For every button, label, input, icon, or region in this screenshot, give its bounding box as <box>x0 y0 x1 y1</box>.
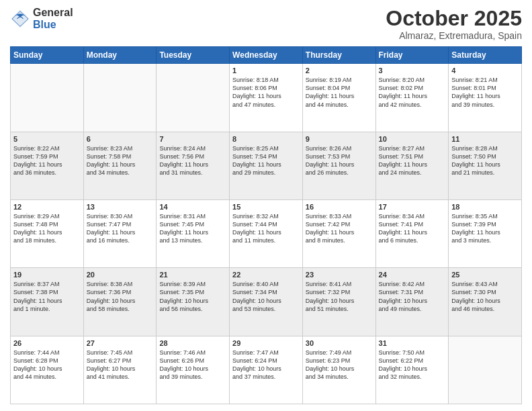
calendar-cell <box>83 64 157 132</box>
day-info: Sunrise: 8:23 AM Sunset: 7:58 PM Dayligh… <box>87 144 154 177</box>
day-info: Sunrise: 8:21 AM Sunset: 8:01 PM Dayligh… <box>451 76 519 109</box>
day-number: 6 <box>87 135 154 143</box>
day-number: 21 <box>159 271 226 279</box>
header-wednesday: Wednesday <box>230 47 303 64</box>
day-number: 17 <box>379 203 446 211</box>
day-number: 24 <box>379 271 446 279</box>
day-info: Sunrise: 8:18 AM Sunset: 8:06 PM Dayligh… <box>232 76 300 109</box>
calendar-cell: 31Sunrise: 7:50 AM Sunset: 6:22 PM Dayli… <box>375 336 449 404</box>
calendar-cell: 21Sunrise: 8:39 AM Sunset: 7:35 PM Dayli… <box>157 268 230 336</box>
calendar-cell: 20Sunrise: 8:38 AM Sunset: 7:36 PM Dayli… <box>83 268 157 336</box>
day-number: 26 <box>13 339 81 347</box>
calendar-cell: 15Sunrise: 8:32 AM Sunset: 7:44 PM Dayli… <box>230 199 303 267</box>
day-info: Sunrise: 8:27 AM Sunset: 7:51 PM Dayligh… <box>379 144 446 177</box>
day-number: 3 <box>379 66 446 75</box>
calendar-cell: 24Sunrise: 8:42 AM Sunset: 7:31 PM Dayli… <box>375 268 449 336</box>
logo-icon <box>10 9 30 29</box>
calendar-cell <box>157 64 230 132</box>
day-number: 2 <box>306 66 373 75</box>
calendar-cell: 4Sunrise: 8:21 AM Sunset: 8:01 PM Daylig… <box>449 64 522 132</box>
day-number: 15 <box>232 203 300 211</box>
day-info: Sunrise: 8:19 AM Sunset: 8:04 PM Dayligh… <box>306 76 373 109</box>
day-number: 30 <box>306 339 373 347</box>
day-info: Sunrise: 8:37 AM Sunset: 7:38 PM Dayligh… <box>13 280 81 313</box>
header-friday: Friday <box>375 47 449 64</box>
header-tuesday: Tuesday <box>157 47 230 64</box>
calendar-cell: 1Sunrise: 8:18 AM Sunset: 8:06 PM Daylig… <box>230 64 303 132</box>
day-info: Sunrise: 8:32 AM Sunset: 7:44 PM Dayligh… <box>232 212 300 245</box>
calendar-cell: 9Sunrise: 8:26 AM Sunset: 7:53 PM Daylig… <box>302 132 375 199</box>
day-info: Sunrise: 8:33 AM Sunset: 7:42 PM Dayligh… <box>306 212 373 245</box>
title-block: October 2025 Almaraz, Extremadura, Spain <box>386 7 522 41</box>
day-number: 22 <box>232 271 300 279</box>
day-info: Sunrise: 7:50 AM Sunset: 6:22 PM Dayligh… <box>379 349 446 381</box>
calendar-cell: 26Sunrise: 7:44 AM Sunset: 6:28 PM Dayli… <box>11 336 84 404</box>
day-number: 1 <box>232 66 300 75</box>
calendar-week-3: 12Sunrise: 8:29 AM Sunset: 7:48 PM Dayli… <box>11 199 522 267</box>
day-number: 10 <box>379 135 446 143</box>
calendar-cell: 11Sunrise: 8:28 AM Sunset: 7:50 PM Dayli… <box>449 132 522 199</box>
day-number: 4 <box>451 66 519 75</box>
logo: General Blue <box>10 7 73 30</box>
day-info: Sunrise: 8:20 AM Sunset: 8:02 PM Dayligh… <box>379 76 446 109</box>
day-info: Sunrise: 8:25 AM Sunset: 7:54 PM Dayligh… <box>232 144 300 177</box>
calendar-cell: 27Sunrise: 7:45 AM Sunset: 6:27 PM Dayli… <box>83 336 157 404</box>
day-number: 14 <box>159 203 226 211</box>
calendar-cell: 29Sunrise: 7:47 AM Sunset: 6:24 PM Dayli… <box>230 336 303 404</box>
calendar-cell: 22Sunrise: 8:40 AM Sunset: 7:34 PM Dayli… <box>230 268 303 336</box>
logo-text: General Blue <box>33 7 73 30</box>
day-number: 19 <box>13 271 81 279</box>
header: General Blue October 2025 Almaraz, Extre… <box>10 7 522 41</box>
day-number: 9 <box>306 135 373 143</box>
calendar-cell: 10Sunrise: 8:27 AM Sunset: 7:51 PM Dayli… <box>375 132 449 199</box>
day-info: Sunrise: 8:30 AM Sunset: 7:47 PM Dayligh… <box>87 212 154 245</box>
calendar-cell: 7Sunrise: 8:24 AM Sunset: 7:56 PM Daylig… <box>157 132 230 199</box>
location: Almaraz, Extremadura, Spain <box>386 30 522 41</box>
calendar-week-5: 26Sunrise: 7:44 AM Sunset: 6:28 PM Dayli… <box>11 336 522 404</box>
day-number: 7 <box>159 135 226 143</box>
day-info: Sunrise: 7:46 AM Sunset: 6:26 PM Dayligh… <box>159 349 226 381</box>
calendar-cell: 23Sunrise: 8:41 AM Sunset: 7:32 PM Dayli… <box>302 268 375 336</box>
day-number: 27 <box>87 339 154 347</box>
day-info: Sunrise: 8:42 AM Sunset: 7:31 PM Dayligh… <box>379 280 446 313</box>
day-number: 23 <box>306 271 373 279</box>
calendar-week-1: 1Sunrise: 8:18 AM Sunset: 8:06 PM Daylig… <box>11 64 522 132</box>
day-info: Sunrise: 7:45 AM Sunset: 6:27 PM Dayligh… <box>87 349 154 381</box>
day-info: Sunrise: 8:28 AM Sunset: 7:50 PM Dayligh… <box>451 144 519 177</box>
day-number: 11 <box>451 135 519 143</box>
day-number: 18 <box>451 203 519 211</box>
day-info: Sunrise: 8:39 AM Sunset: 7:35 PM Dayligh… <box>159 280 226 313</box>
day-info: Sunrise: 8:35 AM Sunset: 7:39 PM Dayligh… <box>451 212 519 245</box>
day-number: 12 <box>13 203 81 211</box>
calendar-week-4: 19Sunrise: 8:37 AM Sunset: 7:38 PM Dayli… <box>11 268 522 336</box>
day-number: 28 <box>159 339 226 347</box>
calendar-header-row: Sunday Monday Tuesday Wednesday Thursday… <box>11 47 522 64</box>
day-info: Sunrise: 8:34 AM Sunset: 7:41 PM Dayligh… <box>379 212 446 245</box>
calendar-cell <box>11 64 84 132</box>
calendar-cell: 19Sunrise: 8:37 AM Sunset: 7:38 PM Dayli… <box>11 268 84 336</box>
calendar-cell: 13Sunrise: 8:30 AM Sunset: 7:47 PM Dayli… <box>83 199 157 267</box>
calendar-cell: 12Sunrise: 8:29 AM Sunset: 7:48 PM Dayli… <box>11 199 84 267</box>
header-sunday: Sunday <box>11 47 84 64</box>
day-info: Sunrise: 7:49 AM Sunset: 6:23 PM Dayligh… <box>306 349 373 381</box>
day-number: 31 <box>379 339 446 347</box>
calendar-cell: 18Sunrise: 8:35 AM Sunset: 7:39 PM Dayli… <box>449 199 522 267</box>
calendar-cell <box>449 336 522 404</box>
calendar-cell: 25Sunrise: 8:43 AM Sunset: 7:30 PM Dayli… <box>449 268 522 336</box>
header-thursday: Thursday <box>302 47 375 64</box>
header-saturday: Saturday <box>449 47 522 64</box>
calendar-cell: 28Sunrise: 7:46 AM Sunset: 6:26 PM Dayli… <box>157 336 230 404</box>
calendar-cell: 17Sunrise: 8:34 AM Sunset: 7:41 PM Dayli… <box>375 199 449 267</box>
day-info: Sunrise: 8:31 AM Sunset: 7:45 PM Dayligh… <box>159 212 226 245</box>
day-number: 20 <box>87 271 154 279</box>
calendar-table: Sunday Monday Tuesday Wednesday Thursday… <box>10 46 522 404</box>
day-info: Sunrise: 7:47 AM Sunset: 6:24 PM Dayligh… <box>232 349 300 381</box>
header-monday: Monday <box>83 47 157 64</box>
calendar-cell: 5Sunrise: 8:22 AM Sunset: 7:59 PM Daylig… <box>11 132 84 199</box>
day-info: Sunrise: 8:26 AM Sunset: 7:53 PM Dayligh… <box>306 144 373 177</box>
day-info: Sunrise: 8:38 AM Sunset: 7:36 PM Dayligh… <box>87 280 154 313</box>
logo-general: General <box>33 7 73 19</box>
day-number: 25 <box>451 271 519 279</box>
day-number: 8 <box>232 135 300 143</box>
calendar-week-2: 5Sunrise: 8:22 AM Sunset: 7:59 PM Daylig… <box>11 132 522 199</box>
